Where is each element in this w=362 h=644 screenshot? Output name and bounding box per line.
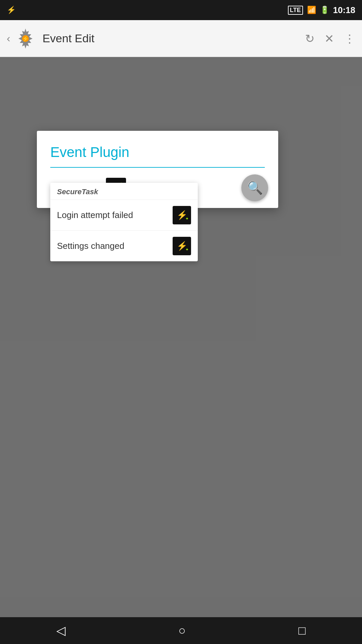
status-bar: ⚡ LTE 📶 🔋 10:18 [0,0,362,20]
signal-icon: 📶 [307,6,316,14]
nav-bar: ◁ ○ □ [0,617,362,644]
settings-changed-item[interactable]: Settings changed ⚡ ✦ [50,230,198,261]
event-plugin-dialog: Event Plugin SecureTask ⚡ ✦ SecureTask L… [37,131,278,208]
more-button[interactable]: ⋮ [344,32,355,45]
app-bar-title: Event Edit [43,32,305,45]
nav-back-icon[interactable]: ◁ [56,624,66,638]
refresh-button[interactable]: ↻ [305,32,314,45]
settings-changed-label: Settings changed [57,241,124,251]
battery-icon: 🔋 [320,6,329,14]
lte-badge: LTE [288,6,303,15]
back-icon[interactable]: ‹ [7,32,10,45]
login-attempt-item[interactable]: Login attempt failed ⚡ ✦ [50,200,198,230]
login-star-icon: ✦ [185,216,189,221]
dropdown-menu: SecureTask Login attempt failed ⚡ ✦ Sett… [50,183,198,261]
app-bar: ‹ ⚡ Event Edit ↻ ✕ ⋮ [0,20,362,57]
app-bar-actions: ↻ ✕ ⋮ [305,32,355,45]
nav-home-icon[interactable]: ○ [178,624,186,638]
svg-text:⚡: ⚡ [22,36,29,42]
bolt-status-icon: ⚡ [7,6,16,14]
dropdown-header: SecureTask [50,183,198,200]
settings-changed-icon-box: ⚡ ✦ [173,237,191,255]
search-button[interactable]: 🔍 [241,174,268,201]
app-icon: ⚡ [14,27,37,50]
close-button[interactable]: ✕ [324,32,334,45]
search-icon: 🔍 [247,180,263,195]
login-attempt-label: Login attempt failed [57,210,133,220]
status-bar-left: ⚡ [7,6,16,14]
status-time: 10:18 [333,5,356,15]
status-bar-right: LTE 📶 🔋 10:18 [288,5,355,15]
login-attempt-icon-box: ⚡ ✦ [173,206,191,224]
dialog-divider [50,167,265,168]
dialog-title: Event Plugin [37,131,278,167]
settings-star-icon: ✦ [185,247,189,252]
nav-recent-icon[interactable]: □ [298,624,306,638]
